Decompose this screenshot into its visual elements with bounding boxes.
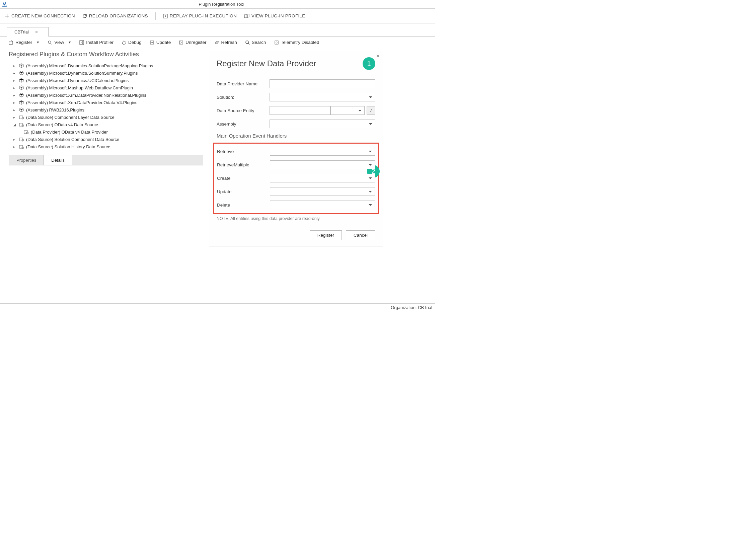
select-delete[interactable] (270, 201, 375, 209)
row-solution: Solution: (217, 93, 375, 101)
expander-icon[interactable]: ▸ (13, 86, 17, 90)
expander-icon[interactable]: ▸ (13, 108, 17, 112)
unregister-label: Unregister (185, 40, 206, 45)
select-retrieve[interactable] (270, 147, 375, 156)
sub-toolbar: Register ▼ View ▼ Install Profiler Debug… (0, 36, 435, 48)
svg-point-4 (48, 41, 51, 44)
section-event-handlers: Main Operation Event Handlers (217, 133, 375, 139)
install-profiler-button[interactable]: Install Profiler (79, 40, 114, 45)
svg-rect-7 (150, 41, 154, 44)
register-submit-button[interactable]: Register (310, 230, 342, 240)
svg-rect-3 (9, 41, 12, 45)
select-assembly[interactable] (270, 120, 375, 128)
expander-icon[interactable]: ▸ (13, 71, 17, 75)
tab-details[interactable]: Details (44, 155, 72, 165)
status-bar: Organization: CBTrial (0, 303, 435, 311)
telemetry-icon (274, 40, 279, 45)
row-update: Update (217, 187, 375, 196)
tree-item[interactable]: ▸(Assembly) Microsoft.Dynamics.SolutionP… (9, 62, 200, 69)
tree-item-label: (Data Source) Solution History Data Sour… (26, 144, 110, 149)
label-data-provider-name: Data Provider Name (217, 81, 270, 86)
search-button[interactable]: Search (245, 40, 266, 45)
main-toolbar: CREATE NEW CONNECTION RELOAD ORGANIZATIO… (0, 9, 435, 23)
refresh-label: Refresh (221, 40, 237, 45)
unregister-button[interactable]: Unregister (179, 40, 206, 45)
replay-icon (163, 14, 168, 18)
tree-item[interactable]: ▸(Assembly) Microsoft.Xrm.DataProvider.N… (9, 91, 200, 99)
assembly-icon (19, 85, 24, 90)
select-create[interactable] (270, 174, 375, 182)
assembly-icon (19, 63, 24, 68)
tab-properties[interactable]: Properties (9, 155, 44, 165)
tree-item-label: (Data Provider) OData v4 Data Provider (31, 130, 108, 135)
entity-slash-button[interactable]: / (367, 106, 375, 115)
select-data-source-entity[interactable] (330, 106, 365, 115)
expander-icon[interactable]: ◢ (13, 123, 17, 127)
expander-icon[interactable]: ▸ (13, 115, 17, 119)
row-assembly: Assembly (217, 120, 375, 128)
tree-item[interactable]: ▸(Assembly) Microsoft.Dynamics.SolutionS… (9, 69, 200, 77)
label-data-source-entity: Data Source Entity (217, 108, 270, 113)
plugins-tree: ▸(Assembly) Microsoft.Dynamics.SolutionP… (9, 62, 200, 150)
input-data-provider-name[interactable] (270, 79, 375, 88)
expander-icon[interactable]: ▸ (13, 64, 17, 68)
readonly-note: NOTE: All entities using this data provi… (217, 216, 375, 221)
view-profile-label: VIEW PLUG-IN PROFILE (251, 13, 305, 18)
debug-button[interactable]: Debug (122, 40, 142, 45)
telemetry-button[interactable]: Telemetry Disabled (274, 40, 319, 45)
register-label: Register (15, 40, 32, 45)
create-connection-button[interactable]: CREATE NEW CONNECTION (5, 13, 75, 18)
tree-item[interactable]: ▸(Data Source) Solution History Data Sou… (9, 143, 200, 150)
expander-icon[interactable]: ▸ (13, 93, 17, 97)
label-retrieve-multiple: RetrieveMultiple (217, 162, 270, 167)
tree-item[interactable]: ▸(Assembly) RWB2016.Plugins (9, 106, 200, 113)
select-retrieve-multiple[interactable] (270, 160, 375, 169)
tree-item-label: (Assembly) Microsoft.Dynamics.SolutionPa… (26, 63, 153, 68)
select-update[interactable] (270, 187, 375, 196)
expander-icon[interactable]: ▸ (13, 79, 17, 82)
tree-item[interactable]: ▸(Assembly) Microsoft.Xrm.DataProvider.O… (9, 99, 200, 106)
tree-item[interactable]: ▸(Assembly) Microsoft.Mashup.Web.Dataflo… (9, 84, 200, 91)
row-data-provider-name: Data Provider Name (217, 79, 375, 88)
profile-icon (244, 14, 249, 18)
cancel-button[interactable]: Cancel (346, 230, 375, 240)
create-connection-label: CREATE NEW CONNECTION (11, 13, 75, 18)
label-solution: Solution: (217, 95, 270, 100)
unregister-icon (179, 40, 183, 45)
expander-icon[interactable]: ▸ (13, 145, 17, 149)
replay-plugin-button[interactable]: REPLAY PLUG-IN EXECUTION (163, 13, 237, 18)
status-org: Organization: CBTrial (391, 305, 432, 310)
tree-item-label: (Assembly) Microsoft.Dynamics.UCICalenda… (26, 78, 129, 83)
assembly-icon (19, 70, 24, 76)
select-solution[interactable] (270, 93, 375, 101)
input-entity-prefix[interactable] (270, 106, 330, 115)
reload-orgs-button[interactable]: RELOAD ORGANIZATIONS (82, 13, 148, 18)
register-icon (9, 40, 13, 45)
tree-item-label: (Assembly) Microsoft.Mashup.Web.Dataflow… (26, 85, 133, 90)
row-retrieve: Retrieve (217, 147, 375, 156)
tree-item[interactable]: ▸(Data Source) Component Layer Data Sour… (9, 113, 200, 121)
tree-item[interactable]: (Data Provider) OData v4 Data Provider (9, 128, 200, 136)
tab-cbtrial[interactable]: CBTrial ✕ (7, 27, 49, 36)
tab-close-icon[interactable]: ✕ (35, 30, 38, 34)
view-profile-button[interactable]: VIEW PLUG-IN PROFILE (244, 13, 305, 18)
label-delete: Delete (217, 203, 270, 208)
svg-point-6 (123, 41, 125, 45)
bug-icon (122, 40, 126, 45)
tree-item[interactable]: ▸(Assembly) Microsoft.Dynamics.UCICalend… (9, 77, 200, 84)
row-delete: Delete (217, 201, 375, 209)
expander-icon[interactable]: ▸ (13, 138, 17, 141)
update-button[interactable]: Update (150, 40, 171, 45)
view-button[interactable]: View ▼ (48, 40, 71, 45)
tree-item-label: (Data Source) Solution Component Data So… (26, 137, 119, 142)
update-icon (150, 40, 154, 45)
close-icon[interactable]: ✕ (376, 53, 380, 59)
expander-icon[interactable]: ▸ (13, 101, 17, 104)
reload-orgs-label: RELOAD ORGANIZATIONS (89, 13, 148, 18)
tree-item[interactable]: ▸(Data Source) Solution Component Data S… (9, 136, 200, 143)
svg-point-11 (276, 42, 277, 43)
tree-item[interactable]: ◢(Data Source) OData v4 Data Source (9, 121, 200, 128)
refresh-button[interactable]: Refresh (215, 40, 237, 45)
register-button[interactable]: Register ▼ (9, 40, 40, 45)
title-bar: Plugin Registration Tool (0, 0, 435, 9)
